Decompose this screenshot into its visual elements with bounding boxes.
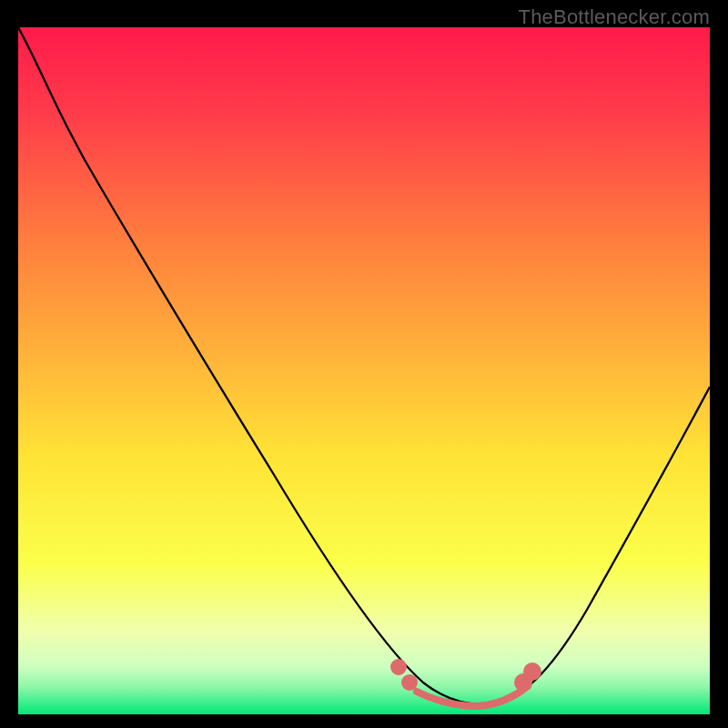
gradient-background bbox=[18, 27, 710, 714]
svg-point-1 bbox=[405, 678, 414, 687]
watermark-text: TheBottlenecker.com bbox=[519, 5, 710, 29]
svg-point-0 bbox=[394, 662, 403, 672]
chart-area bbox=[18, 27, 710, 714]
svg-point-3 bbox=[527, 666, 538, 677]
chart-svg bbox=[18, 27, 710, 714]
